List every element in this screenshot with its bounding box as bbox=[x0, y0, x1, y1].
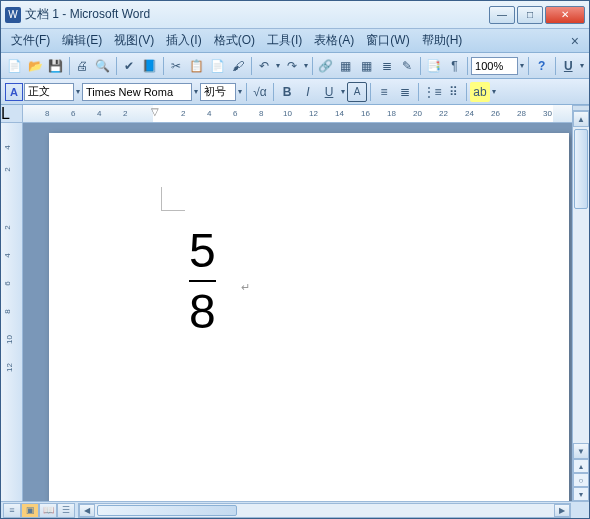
undo-dropdown[interactable]: ▾ bbox=[275, 61, 281, 70]
size-dropdown[interactable]: ▾ bbox=[237, 87, 243, 96]
styles-pane-icon[interactable]: A bbox=[5, 83, 23, 101]
paste-icon[interactable]: 📄 bbox=[208, 56, 228, 76]
new-icon[interactable]: 📄 bbox=[5, 56, 25, 76]
show-marks-icon[interactable]: ¶ bbox=[445, 56, 465, 76]
print-layout-view-button[interactable]: ▣ bbox=[21, 503, 39, 518]
cut-icon[interactable]: ✂ bbox=[167, 56, 187, 76]
highlight-dropdown[interactable]: ▾ bbox=[491, 87, 497, 96]
font-combo[interactable]: Times New Roma bbox=[82, 83, 192, 101]
normal-view-button[interactable]: ≡ bbox=[3, 503, 21, 518]
insert-table-icon[interactable]: ▦ bbox=[357, 56, 377, 76]
reading-view-button[interactable]: 📖 bbox=[39, 503, 57, 518]
menu-file[interactable]: 文件(F) bbox=[5, 30, 56, 51]
minimize-button[interactable]: — bbox=[489, 6, 515, 24]
save-icon[interactable]: 💾 bbox=[46, 56, 66, 76]
redo-icon[interactable]: ↷ bbox=[282, 56, 302, 76]
maximize-button[interactable]: □ bbox=[517, 6, 543, 24]
scroll-thumb[interactable] bbox=[574, 129, 588, 209]
equation-icon[interactable]: √α bbox=[250, 82, 270, 102]
align-left-icon[interactable]: ≡ bbox=[374, 82, 394, 102]
workspace: L 4 2 2 4 6 8 10 12 ▽ 8 6 4 2 2 4 bbox=[1, 105, 589, 501]
scroll-up-button[interactable]: ▲ bbox=[573, 111, 589, 127]
scroll-track[interactable] bbox=[573, 127, 589, 443]
vruler-tick: 6 bbox=[3, 281, 12, 285]
browse-object-button[interactable]: ○ bbox=[573, 473, 589, 487]
menu-view[interactable]: 视图(V) bbox=[108, 30, 160, 51]
undo-icon[interactable]: ↶ bbox=[255, 56, 275, 76]
bullets-icon[interactable]: ⠿ bbox=[443, 82, 463, 102]
outline-view-button[interactable]: ☰ bbox=[57, 503, 75, 518]
resize-grip-icon[interactable] bbox=[572, 503, 589, 518]
size-value: 初号 bbox=[204, 84, 226, 99]
open-icon[interactable]: 📂 bbox=[26, 56, 46, 76]
hscroll-track[interactable] bbox=[95, 504, 554, 517]
hyperlink-icon[interactable]: 🔗 bbox=[316, 56, 336, 76]
vruler-tick: 2 bbox=[3, 167, 12, 171]
char-border-icon[interactable]: A bbox=[347, 82, 367, 102]
scroll-right-button[interactable]: ▶ bbox=[554, 504, 570, 517]
window-controls: — □ ✕ bbox=[489, 6, 585, 24]
copy-icon[interactable]: 📋 bbox=[187, 56, 207, 76]
scroll-down-button[interactable]: ▼ bbox=[573, 443, 589, 459]
columns-icon[interactable]: ≣ bbox=[377, 56, 397, 76]
style-combo[interactable]: 正文 bbox=[24, 83, 74, 101]
dropdown[interactable]: ▾ bbox=[579, 61, 585, 70]
formatting-toolbar: A 正文▾ Times New Roma▾ 初号▾ √α B I U▾ A ≡ … bbox=[1, 79, 589, 105]
separator bbox=[467, 57, 468, 75]
next-page-button[interactable]: ▾ bbox=[573, 487, 589, 501]
close-button[interactable]: ✕ bbox=[545, 6, 585, 24]
zoom-combo[interactable]: 100% bbox=[471, 57, 518, 75]
hruler-tick: 10 bbox=[283, 109, 292, 118]
menu-format[interactable]: 格式(O) bbox=[208, 30, 261, 51]
tables-icon[interactable]: ▦ bbox=[336, 56, 356, 76]
separator bbox=[273, 83, 274, 101]
menu-window[interactable]: 窗口(W) bbox=[360, 30, 415, 51]
align-distribute-icon[interactable]: ≣ bbox=[395, 82, 415, 102]
redo-dropdown[interactable]: ▾ bbox=[303, 61, 309, 70]
menu-insert[interactable]: 插入(I) bbox=[160, 30, 207, 51]
hruler-tick: 8 bbox=[259, 109, 263, 118]
scroll-left-button[interactable]: ◀ bbox=[79, 504, 95, 517]
hruler-tick: 2 bbox=[123, 109, 127, 118]
separator bbox=[69, 57, 70, 75]
vruler-strip[interactable]: 4 2 2 4 6 8 10 12 bbox=[1, 123, 22, 501]
separator bbox=[555, 57, 556, 75]
menu-table[interactable]: 表格(A) bbox=[308, 30, 360, 51]
underline-icon[interactable]: U bbox=[319, 82, 339, 102]
menu-edit[interactable]: 编辑(E) bbox=[56, 30, 108, 51]
document-area[interactable]: 5 8 ↵ bbox=[23, 123, 572, 501]
zoom-dropdown[interactable]: ▾ bbox=[519, 61, 525, 70]
prev-page-button[interactable]: ▴ bbox=[573, 459, 589, 473]
research-icon[interactable]: 📘 bbox=[140, 56, 160, 76]
underline-dropdown[interactable]: ▾ bbox=[340, 87, 346, 96]
indent-marker-icon[interactable]: ▽ bbox=[151, 106, 159, 117]
bold-icon[interactable]: B bbox=[277, 82, 297, 102]
hruler-tick: 2 bbox=[181, 109, 185, 118]
separator bbox=[420, 57, 421, 75]
page[interactable]: 5 8 ↵ bbox=[49, 133, 569, 501]
format-painter-icon[interactable]: 🖌 bbox=[228, 56, 248, 76]
italic-icon[interactable]: I bbox=[298, 82, 318, 102]
numbering-icon[interactable]: ⋮≡ bbox=[422, 82, 442, 102]
style-dropdown[interactable]: ▾ bbox=[75, 87, 81, 96]
size-combo[interactable]: 初号 bbox=[200, 83, 236, 101]
underline-highlight-icon[interactable]: U bbox=[558, 56, 578, 76]
separator bbox=[466, 83, 467, 101]
highlight-icon[interactable]: ab bbox=[470, 82, 490, 102]
menu-help[interactable]: 帮助(H) bbox=[416, 30, 469, 51]
print-icon[interactable]: 🖨 bbox=[73, 56, 93, 76]
menu-tools[interactable]: 工具(I) bbox=[261, 30, 308, 51]
hruler-tick: 18 bbox=[387, 109, 396, 118]
hscroll-thumb[interactable] bbox=[97, 505, 237, 516]
equation-fraction[interactable]: 5 8 bbox=[189, 223, 216, 339]
separator bbox=[163, 57, 164, 75]
font-dropdown[interactable]: ▾ bbox=[193, 87, 199, 96]
doc-map-icon[interactable]: 📑 bbox=[424, 56, 444, 76]
help-icon[interactable]: ? bbox=[532, 56, 552, 76]
spell-icon[interactable]: ✔ bbox=[120, 56, 140, 76]
hruler-tick: 6 bbox=[71, 109, 75, 118]
horizontal-ruler[interactable]: ▽ 8 6 4 2 2 4 6 8 10 12 14 16 18 20 22 2… bbox=[23, 105, 572, 123]
drawing-icon[interactable]: ✎ bbox=[398, 56, 418, 76]
close-doc-button[interactable]: × bbox=[565, 31, 585, 51]
preview-icon[interactable]: 🔍 bbox=[93, 56, 113, 76]
